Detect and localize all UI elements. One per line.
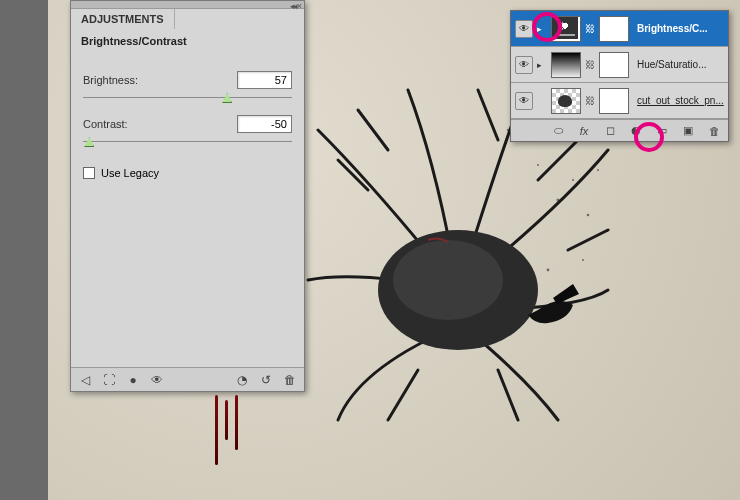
mask-footer-icon[interactable]: ◻ bbox=[602, 123, 618, 139]
layers-footer: ⬭ fx ◻ ◐ ▭ ▣ 🗑 bbox=[511, 119, 728, 141]
disclose-icon[interactable]: ▸ bbox=[537, 60, 547, 70]
adjustment-thumb[interactable] bbox=[551, 52, 581, 78]
layer-row-cutout[interactable]: 👁 ▸ ⛓ cut_out_stock_pn... bbox=[511, 83, 728, 119]
prev-state-icon[interactable]: ◔ bbox=[234, 372, 250, 388]
svg-point-5 bbox=[537, 164, 539, 166]
svg-point-4 bbox=[587, 214, 590, 217]
reset-icon[interactable]: ↺ bbox=[258, 372, 274, 388]
image-thumb[interactable] bbox=[551, 88, 581, 114]
back-icon[interactable]: ◁ bbox=[77, 372, 93, 388]
adjustments-tab[interactable]: ADJUSTMENTS bbox=[71, 9, 175, 29]
layers-panel: 👁 ▸ ⛓ Brightness/C... 👁 ▸ ⛓ Hue/Saturati… bbox=[510, 10, 729, 142]
adjustments-panel: ◂◂ × ADJUSTMENTS Brightness/Contrast Bri… bbox=[70, 0, 305, 392]
layer-name-label: Brightness/C... bbox=[633, 23, 724, 34]
layer-name-label: cut_out_stock_pn... bbox=[633, 95, 724, 106]
panel-drag-bar[interactable]: ◂◂ × bbox=[71, 1, 304, 9]
brightness-label: Brightness: bbox=[83, 74, 138, 86]
svg-point-7 bbox=[597, 169, 599, 171]
svg-point-1 bbox=[393, 240, 503, 320]
brightness-slider[interactable] bbox=[83, 91, 292, 105]
svg-point-6 bbox=[507, 129, 509, 131]
svg-point-3 bbox=[572, 179, 574, 181]
trash-icon[interactable]: 🗑 bbox=[282, 372, 298, 388]
layer-row-hue[interactable]: 👁 ▸ ⛓ Hue/Saturatio... bbox=[511, 47, 728, 83]
brightness-input[interactable] bbox=[237, 71, 292, 89]
panel-menu-icon[interactable]: ◂◂ × bbox=[290, 1, 300, 11]
contrast-label: Contrast: bbox=[83, 118, 128, 130]
blood-drips bbox=[213, 395, 273, 475]
layer-mask-thumb[interactable] bbox=[599, 88, 629, 114]
use-legacy-checkbox[interactable] bbox=[83, 167, 95, 179]
link-icon[interactable]: ⛓ bbox=[585, 22, 595, 36]
visibility-toggle[interactable]: 👁 bbox=[515, 92, 533, 110]
adjustment-thumb[interactable] bbox=[551, 16, 581, 42]
visibility-toggle[interactable]: 👁 bbox=[515, 56, 533, 74]
layer-name-label: Hue/Saturatio... bbox=[633, 59, 724, 70]
link-footer-icon[interactable]: ⬭ bbox=[550, 123, 566, 139]
svg-point-0 bbox=[378, 230, 538, 350]
adjustment-type-title: Brightness/Contrast bbox=[71, 29, 304, 57]
contrast-input[interactable] bbox=[237, 115, 292, 133]
svg-point-9 bbox=[582, 259, 584, 261]
disclose-icon[interactable]: ▸ bbox=[537, 24, 547, 34]
use-legacy-label: Use Legacy bbox=[101, 167, 159, 179]
clip-icon[interactable]: ● bbox=[125, 372, 141, 388]
panel-tab-bar: ADJUSTMENTS bbox=[71, 9, 304, 29]
layer-mask-thumb[interactable] bbox=[599, 52, 629, 78]
visibility-toggle[interactable]: 👁 bbox=[515, 20, 533, 38]
eye-footer-icon[interactable]: 👁 bbox=[149, 372, 165, 388]
layer-row-brightness[interactable]: 👁 ▸ ⛓ Brightness/C... bbox=[511, 11, 728, 47]
svg-point-2 bbox=[557, 199, 560, 202]
expand-icon[interactable]: ⛶ bbox=[101, 372, 117, 388]
new-layer-icon[interactable]: ▣ bbox=[680, 123, 696, 139]
delete-layer-icon[interactable]: 🗑 bbox=[706, 123, 722, 139]
adjustment-layer-icon[interactable]: ◐ bbox=[628, 123, 644, 139]
layer-mask-thumb[interactable] bbox=[599, 16, 629, 42]
contrast-slider[interactable] bbox=[83, 135, 292, 149]
svg-point-8 bbox=[547, 269, 550, 272]
link-icon[interactable]: ⛓ bbox=[585, 58, 595, 72]
group-icon[interactable]: ▭ bbox=[654, 123, 670, 139]
fx-icon[interactable]: fx bbox=[576, 123, 592, 139]
link-icon[interactable]: ⛓ bbox=[585, 94, 595, 108]
adjustments-footer: ◁ ⛶ ● 👁 ◔ ↺ 🗑 bbox=[71, 367, 304, 391]
